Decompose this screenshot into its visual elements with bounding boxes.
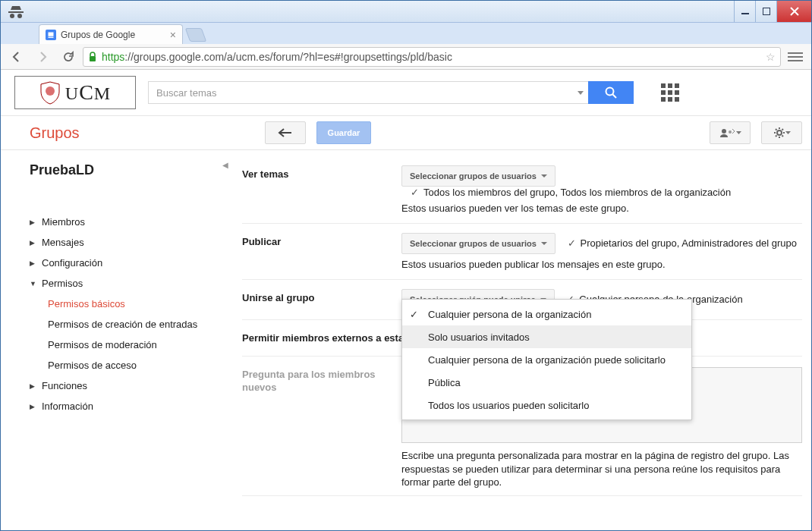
sidebar-item-miembros[interactable]: ▶Miembros: [30, 212, 221, 232]
search-button[interactable]: [588, 81, 634, 104]
setting-label: Pregunta para los miembros nuevos: [242, 367, 401, 443]
sidebar-item-permisos[interactable]: ▼Permisos: [30, 273, 221, 294]
setting-label: Unirse al grupo: [242, 289, 401, 303]
window-titlebar: [1, 1, 811, 23]
svg-rect-0: [741, 13, 749, 14]
dropdown-item[interactable]: Cualquier persona de la organización pue…: [402, 348, 691, 371]
sidebar-item-funciones[interactable]: ▶Funciones: [30, 375, 221, 396]
url-protocol: https: [102, 51, 124, 63]
sidebar-item-label: Configuración: [42, 257, 102, 269]
app-title: Grupos: [30, 124, 80, 142]
search-icon: [605, 86, 617, 99]
check-icon: ✓: [411, 187, 419, 198]
svg-point-8: [722, 129, 726, 134]
svg-point-10: [777, 130, 782, 135]
nav-forward-button[interactable]: [31, 46, 54, 68]
save-button[interactable]: Guardar: [316, 121, 372, 144]
setting-label: Ver temas: [242, 165, 401, 180]
dropdown-item-label: Cualquier persona de la organización: [428, 309, 591, 320]
svg-point-6: [46, 86, 55, 96]
browser-menu-button[interactable]: [784, 46, 807, 68]
browser-tab-strip: Grupos de Google ×: [1, 23, 811, 44]
setting-row-ver-temas: Ver temas Seleccionar grupos de usuarios…: [242, 161, 802, 224]
sidebar-item-permisos-moderacion[interactable]: Permisos de moderación: [48, 335, 221, 355]
sidebar-item-informacion[interactable]: ▶Información: [30, 396, 221, 416]
sidebar-item-label: Permisos básicos: [48, 298, 125, 309]
setting-help-text: Estos usuarios pueden publicar los mensa…: [401, 259, 802, 270]
browser-tab[interactable]: Grupos de Google ×: [39, 24, 183, 44]
ucm-logo-text: UCM: [65, 80, 111, 105]
dropdown-item-label: Cualquier persona de la organización pue…: [428, 354, 666, 366]
setting-label: Publicar: [242, 233, 401, 247]
setting-help-text: Estos usuarios pueden ver los temas de e…: [401, 203, 802, 214]
sidebar-item-label: Miembros: [42, 216, 85, 228]
address-bar[interactable]: https://groups.google.com/a/ucm.es/forum…: [83, 47, 781, 67]
sidebar-item-permisos-basicos[interactable]: Permisos básicos: [48, 294, 221, 314]
gear-icon: [773, 127, 785, 139]
sidebar-item-label: Permisos de creación de entradas: [48, 319, 197, 330]
join-dropdown-menu: ✓Cualquier persona de la organización So…: [401, 299, 692, 420]
setting-row-publicar: Publicar Seleccionar grupos de usuarios …: [242, 224, 802, 280]
bookmark-star-icon[interactable]: ☆: [766, 51, 776, 63]
dropdown-item[interactable]: Solo usuarios invitados: [402, 325, 691, 348]
settings-menu-button[interactable]: [761, 121, 802, 144]
check-icon: ✓: [410, 309, 418, 320]
dropdown-item-label: Solo usuarios invitados: [428, 331, 530, 343]
sidebar-item-label: Mensajes: [42, 237, 84, 248]
lock-icon: [88, 52, 97, 62]
group-name-title: PruebaLD: [30, 162, 221, 178]
settings-panel: Ver temas Seleccionar grupos de usuarios…: [228, 150, 811, 530]
select-user-groups-button[interactable]: Seleccionar grupos de usuarios: [401, 233, 555, 254]
tab-title: Grupos de Google: [61, 30, 135, 40]
caret-down-icon: [541, 242, 547, 248]
sidebar-item-label: Permisos de acceso: [48, 360, 137, 371]
favicon-icon: [46, 30, 56, 40]
sidebar-item-permisos-acceso[interactable]: Permisos de acceso: [48, 355, 221, 375]
caret-down-icon: [541, 174, 547, 181]
browser-toolbar: https://groups.google.com/a/ucm.es/forum…: [1, 44, 811, 70]
search-dropdown-caret-icon[interactable]: [578, 91, 584, 96]
account-area[interactable]: [699, 82, 798, 103]
dropdown-item[interactable]: Pública: [402, 371, 691, 394]
nav-reload-button[interactable]: [57, 46, 80, 68]
tab-close-button[interactable]: ×: [170, 29, 176, 41]
ucm-shield-icon: [39, 80, 61, 105]
incognito-icon: [7, 2, 25, 20]
sidebar-item-label: Funciones: [42, 380, 87, 391]
sidebar-item-permisos-creacion[interactable]: Permisos de creación de entradas: [48, 314, 221, 335]
members-menu-button[interactable]: [710, 121, 751, 144]
nav-back-button[interactable]: [5, 46, 28, 68]
action-bar: Grupos Guardar: [1, 115, 811, 150]
sidebar-item-label: Permisos de moderación: [48, 339, 157, 350]
dropdown-item-label: Todos los usuarios pueden solicitarlo: [428, 400, 589, 411]
dropdown-item[interactable]: ✓Cualquier persona de la organización: [402, 303, 691, 325]
sidebar-collapse-button[interactable]: ◀: [222, 161, 228, 169]
ucm-logo[interactable]: UCM: [14, 76, 136, 109]
apps-grid-button[interactable]: [661, 83, 679, 102]
select-user-groups-button[interactable]: Seleccionar grupos de usuarios: [401, 165, 555, 187]
search-input[interactable]: Buscar temas: [148, 81, 588, 104]
app-header: UCM Buscar temas: [1, 70, 811, 115]
sidebar: ◀ PruebaLD ▶Miembros ▶Mensajes ▶Configur…: [1, 150, 228, 530]
select-label: Seleccionar grupos de usuarios: [410, 239, 537, 248]
sidebar-item-configuracion[interactable]: ▶Configuración: [30, 253, 221, 273]
window-minimize-button[interactable]: [734, 1, 755, 22]
back-button[interactable]: [265, 121, 306, 144]
question-help-text: Escribe una pregunta personalizada para …: [401, 449, 802, 489]
dropdown-item[interactable]: Todos los usuarios pueden solicitarlo: [402, 394, 691, 416]
search-placeholder: Buscar temas: [156, 87, 216, 99]
svg-rect-1: [763, 8, 770, 15]
svg-rect-3: [49, 32, 54, 36]
select-label: Seleccionar grupos de usuarios: [410, 171, 537, 181]
check-icon: ✓: [568, 237, 576, 249]
svg-point-7: [606, 88, 614, 96]
selected-value-text: ✓Todos los miembros del grupo, Todos los…: [411, 187, 731, 198]
selected-value-text: ✓Propietarios del grupo, Administradores…: [568, 237, 797, 249]
svg-point-9: [729, 130, 732, 134]
window-maximize-button[interactable]: [755, 1, 776, 22]
window-close-button[interactable]: [776, 1, 811, 22]
svg-rect-5: [90, 56, 96, 61]
new-tab-button[interactable]: [185, 28, 207, 42]
svg-rect-4: [49, 36, 54, 37]
sidebar-item-mensajes[interactable]: ▶Mensajes: [30, 232, 221, 253]
